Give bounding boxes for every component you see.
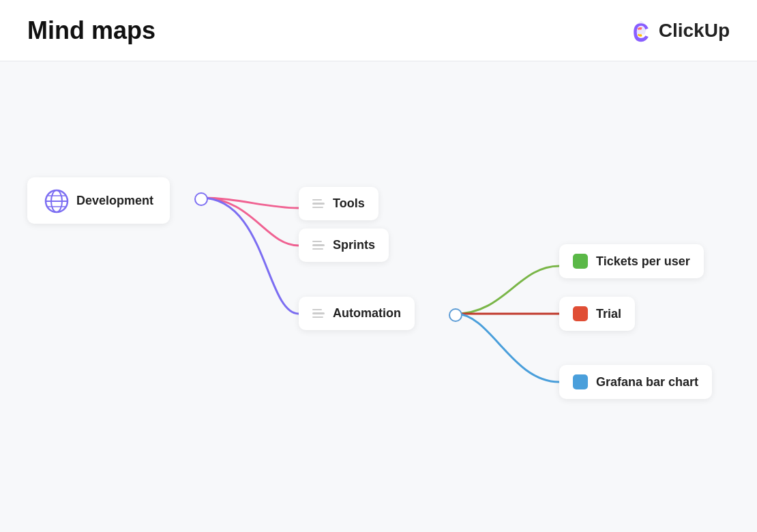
mindmap-canvas: Development Tools Sprints Automation Tic…	[0, 61, 757, 532]
automation-node[interactable]: Automation	[299, 297, 415, 330]
automation-label: Automation	[333, 306, 401, 321]
grafana-label: Grafana bar chart	[596, 375, 698, 389]
development-connector[interactable]	[194, 192, 208, 206]
logo-text: ClickUp	[659, 20, 730, 42]
header: Mind maps ClickUp	[0, 0, 757, 61]
list-icon-automation	[312, 309, 325, 319]
tickets-label: Tickets per user	[596, 254, 690, 269]
sprints-node[interactable]: Sprints	[299, 228, 389, 262]
tools-node[interactable]: Tools	[299, 187, 378, 220]
list-icon-sprints	[312, 241, 325, 250]
globe-icon	[44, 188, 68, 213]
development-node[interactable]: Development	[27, 177, 170, 224]
list-icon	[312, 199, 325, 209]
tickets-badge	[573, 254, 588, 269]
tools-label: Tools	[333, 196, 365, 211]
trial-badge	[573, 306, 588, 321]
grafana-node[interactable]: Grafana bar chart	[559, 365, 712, 399]
automation-connector[interactable]	[449, 308, 462, 322]
sprints-label: Sprints	[333, 238, 375, 252]
development-label: Development	[76, 194, 153, 208]
tickets-node[interactable]: Tickets per user	[559, 244, 704, 278]
grafana-badge	[573, 374, 588, 389]
trial-label: Trial	[596, 307, 621, 321]
logo: ClickUp	[629, 18, 730, 43]
trial-node[interactable]: Trial	[559, 297, 635, 331]
page-title: Mind maps	[27, 16, 155, 45]
clickup-logo-icon	[629, 18, 653, 43]
